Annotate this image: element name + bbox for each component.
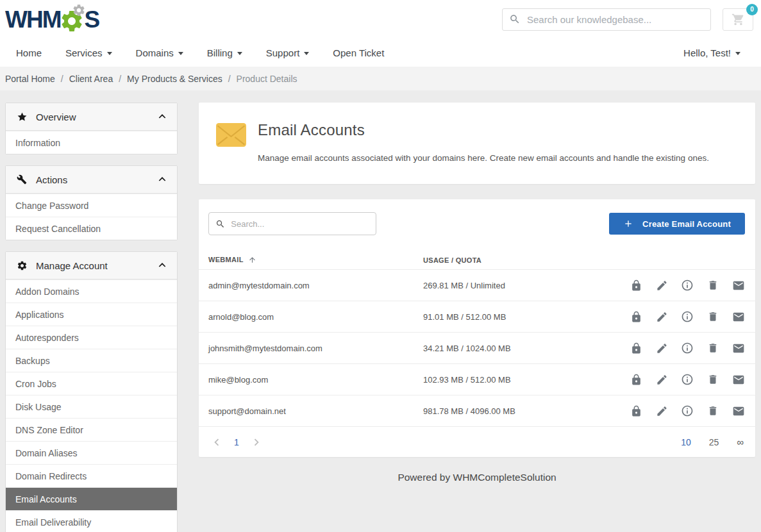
lock-icon[interactable] [630, 310, 642, 323]
delete-icon[interactable] [707, 310, 719, 323]
edit-icon[interactable] [655, 404, 668, 417]
table-row: arnold@blog.com 91.01 MB / 512.00 MB [199, 301, 755, 332]
lock-icon[interactable] [630, 342, 642, 354]
webmail-address: arnold@blog.com [208, 312, 274, 322]
envelope-icon [216, 123, 246, 165]
chevron-up-icon [157, 174, 167, 185]
powered-by-text: Powered by WHMCompleteSolution [199, 457, 755, 503]
caret-down-icon [107, 52, 112, 55]
table-header-row: WEBMAIL USAGE / QUOTA [199, 250, 755, 269]
email-icon[interactable] [732, 373, 745, 386]
edit-icon[interactable] [655, 373, 668, 386]
sidebar-item-backups[interactable]: Backups [6, 349, 177, 372]
sidebar-item-information[interactable]: Information [6, 131, 177, 154]
logo-text-s: S [84, 8, 99, 31]
webmail-address: admin@mytestdomain.com [208, 281, 310, 290]
sidebar-item-email-deliverability[interactable]: Email Deliverability [6, 510, 177, 532]
nav-item-support[interactable]: Support [266, 47, 310, 58]
top-header: WHM S 0 Home Services Domains Billing Su… [0, 0, 761, 67]
nav-item-home[interactable]: Home [16, 47, 42, 58]
table-row: mike@blog.com 102.93 MB / 512.00 MB [199, 363, 755, 395]
info-icon[interactable] [681, 279, 694, 292]
panel-header-overview[interactable]: Overview [6, 103, 177, 131]
sidebar-item-email-accounts[interactable]: Email Accounts [6, 487, 177, 510]
delete-icon[interactable] [707, 404, 719, 417]
column-header-usage-quota[interactable]: USAGE / QUOTA [423, 256, 481, 264]
caret-down-icon [237, 52, 242, 55]
create-email-account-button[interactable]: Create Email Account [609, 213, 745, 235]
page-title: Email Accounts [258, 121, 709, 139]
sidebar-item-dns-zone-editor[interactable]: DNS Zone Editor [6, 418, 177, 441]
breadcrumb-client-area[interactable]: Client Area [69, 74, 113, 84]
sidebar-item-change-password[interactable]: Change Password [6, 194, 177, 217]
page-description: Manage email accounts associated with yo… [258, 153, 709, 163]
page-size-all[interactable]: ∞ [737, 436, 744, 447]
usage-quota-value: 91.01 MB / 512.00 MB [423, 312, 506, 322]
sidebar-item-cron-jobs[interactable]: Cron Jobs [6, 372, 177, 395]
pagination-page-1[interactable]: 1 [234, 437, 239, 447]
usage-quota-value: 269.81 MB / Unlimited [423, 281, 505, 290]
breadcrumb-portal-home[interactable]: Portal Home [5, 74, 55, 84]
whmcs-logo[interactable]: WHM S [5, 4, 99, 34]
delete-icon[interactable] [707, 279, 719, 292]
breadcrumb-my-products[interactable]: My Products & Services [127, 74, 222, 84]
edit-icon[interactable] [655, 342, 668, 354]
nav-item-open-ticket[interactable]: Open Ticket [333, 47, 384, 58]
delete-icon[interactable] [707, 342, 719, 354]
sidebar-item-request-cancellation[interactable]: Request Cancellation [6, 217, 177, 240]
sidebar-item-applications[interactable]: Applications [6, 303, 177, 326]
edit-icon[interactable] [655, 279, 668, 292]
email-icon[interactable] [732, 310, 745, 323]
nav-item-billing[interactable]: Billing [207, 47, 242, 58]
info-icon[interactable] [681, 404, 694, 417]
chevron-up-icon [157, 112, 167, 122]
main-content: Email Accounts Manage email accounts ass… [199, 103, 755, 532]
sidebar-item-domain-aliases[interactable]: Domain Aliases [6, 441, 177, 464]
panel-header-actions[interactable]: Actions [6, 166, 177, 194]
email-icon[interactable] [732, 342, 745, 354]
gear-icon-gray [72, 3, 86, 17]
nav-item-domains[interactable]: Domains [136, 47, 183, 58]
sidebar: Overview Information Actions Change Pass… [5, 103, 178, 532]
knowledgebase-search-input[interactable] [527, 14, 704, 25]
lock-icon[interactable] [630, 373, 642, 386]
table-search [208, 212, 376, 235]
sidebar-panel-actions: Actions Change Password Request Cancella… [5, 165, 178, 240]
sidebar-item-addon-domains[interactable]: Addon Domains [6, 279, 177, 303]
email-icon[interactable] [732, 279, 745, 292]
caret-down-icon [735, 52, 740, 55]
nav-item-services[interactable]: Services [65, 47, 112, 58]
page-size-25[interactable]: 25 [709, 437, 719, 447]
caret-down-icon [304, 52, 309, 55]
usage-quota-value: 981.78 MB / 4096.00 MB [423, 406, 515, 416]
usage-quota-value: 102.93 MB / 512.00 MB [423, 375, 511, 385]
user-menu[interactable]: Hello, Test! [683, 47, 740, 58]
wrench-icon [17, 174, 28, 185]
info-icon[interactable] [681, 373, 694, 386]
table-row: admin@mytestdomain.com 269.81 MB / Unlim… [199, 269, 755, 301]
gear-icon [17, 260, 28, 271]
pagination-prev-button[interactable] [208, 434, 225, 451]
panel-header-manage-account[interactable]: Manage Account [6, 252, 177, 279]
logo-text-whm: WHM [5, 8, 60, 31]
edit-icon[interactable] [655, 310, 668, 323]
email-icon[interactable] [732, 404, 745, 417]
pagination-next-button[interactable] [248, 434, 265, 451]
delete-icon[interactable] [707, 373, 719, 386]
sort-ascending-icon[interactable] [248, 256, 256, 264]
cart-count-badge: 0 [746, 4, 758, 15]
sidebar-item-disk-usage[interactable]: Disk Usage [6, 395, 177, 418]
page-size-10[interactable]: 10 [681, 437, 691, 447]
column-header-webmail[interactable]: WEBMAIL [208, 256, 244, 263]
info-icon[interactable] [681, 342, 694, 354]
sidebar-item-domain-redirects[interactable]: Domain Redirects [6, 464, 177, 487]
info-icon[interactable] [681, 310, 694, 323]
lock-icon[interactable] [630, 279, 642, 292]
cart-button[interactable]: 0 [723, 8, 753, 31]
lock-icon[interactable] [630, 404, 642, 417]
sidebar-item-autoresponders[interactable]: Autoresponders [6, 326, 177, 349]
page-header-card: Email Accounts Manage email accounts ass… [199, 103, 755, 184]
table-search-input[interactable] [231, 219, 369, 229]
breadcrumb-separator: / [228, 74, 231, 84]
email-accounts-table: WEBMAIL USAGE / QUOTA admin@mytestdomain… [199, 250, 755, 426]
